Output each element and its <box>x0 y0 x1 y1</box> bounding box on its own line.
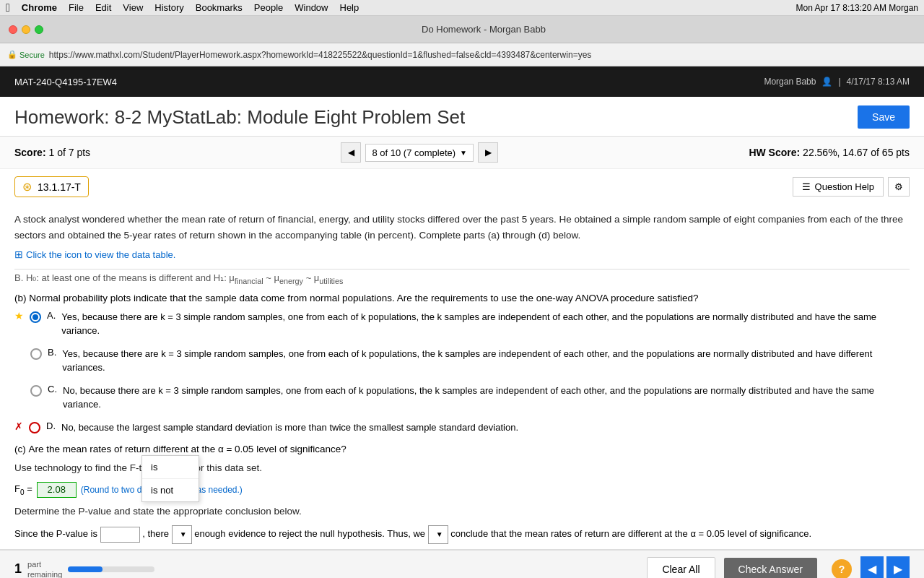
part-c-section: (c) Are the mean rates of return differe… <box>14 444 910 454</box>
dropdown-popup[interactable]: is is not <box>141 455 199 502</box>
progress-bar-fill <box>68 566 103 572</box>
radio-b-d[interactable] <box>29 422 40 434</box>
option-b-c[interactable]: C. No, because there are k = 3 simple ra… <box>14 381 910 414</box>
pvalue-label: Determine the P-value and state the appr… <box>14 504 910 519</box>
user-info: Morgan Babb 👤 | 4/17/17 8:13 AM <box>764 77 910 87</box>
score-bar: Score: 1 of 7 pts ◀ 8 of 10 (7 complete)… <box>0 137 924 169</box>
part-c-label: (c) Are the mean rates of return differe… <box>14 444 346 454</box>
question-id-icon: ⊛ <box>22 180 32 194</box>
tab-bar: Do Homework - Morgan Babb <box>52 24 915 35</box>
menu-view[interactable]: View <box>123 2 143 13</box>
option-b-b[interactable]: B. Yes, because there are k = 3 simple r… <box>14 345 910 377</box>
hw-score-label: HW Score: <box>749 147 800 158</box>
gear-icon: ⚙ <box>894 181 903 192</box>
username: Morgan Babb <box>764 77 816 87</box>
data-table-link[interactable]: ⊞ Click the icon to view the data table. <box>14 249 910 260</box>
option-b-c-letter: C. <box>48 384 57 394</box>
user-icon: 👤 <box>821 77 832 87</box>
nav-controls: ◀ 8 of 10 (7 complete) ▼ ▶ <box>341 142 498 163</box>
radio-b-b[interactable] <box>30 348 42 360</box>
wrong-icon: ✗ <box>14 420 23 432</box>
dropdown-arrow-icon: ▼ <box>180 527 187 542</box>
option-b-a-letter: A. <box>47 310 56 321</box>
help-circle[interactable]: ? <box>832 559 852 579</box>
header-separator: | <box>838 77 840 87</box>
progress-text: 8 of 10 (7 complete) <box>372 147 456 158</box>
question-id-text: 13.1.17-T <box>38 181 81 193</box>
option-b-b-text: Yes, because there are k = 3 simple rand… <box>62 347 910 375</box>
hw-score-value: 22.56%, 14.67 of 65 pts <box>803 147 910 158</box>
progress-bar-container <box>68 566 154 572</box>
bottom-bar: 1 part remaining Clear All Check Answer … <box>0 550 924 578</box>
maximize-button[interactable] <box>35 25 43 34</box>
list-icon: ☰ <box>802 181 811 192</box>
question-id-box: ⊛ 13.1.17-T <box>14 176 89 197</box>
menu-bookmarks[interactable]: Bookmarks <box>196 2 243 13</box>
pvalue-sentence-3: enough evidence to reject the null hypot… <box>194 528 425 539</box>
problem-text: A stock analyst wondered whether the mea… <box>14 212 910 243</box>
lock-icon: 🔒 <box>7 50 17 59</box>
url-text[interactable]: https://www.mathxl.com/Student/PlayerHom… <box>49 50 591 60</box>
part-b-label: (b) Normal probability plots indicate th… <box>14 293 910 303</box>
menu-people[interactable]: People <box>254 2 283 13</box>
score-value: 1 of 7 pts <box>48 147 90 158</box>
question-help-button[interactable]: ☰ Question Help <box>793 177 884 197</box>
progress-dropdown-arrow: ▼ <box>460 149 467 157</box>
homework-header: Homework: 8-2 MyStatLab: Module Eight Pr… <box>0 97 924 137</box>
close-button[interactable] <box>9 25 17 34</box>
part-label-text: part <box>27 560 62 569</box>
option-b-d-letter: D. <box>46 420 56 431</box>
menu-bar:  Chrome File Edit View History Bookmark… <box>0 0 924 16</box>
pvalue-row: Since the P-value is , there ▼ enough ev… <box>14 525 910 544</box>
menu-history[interactable]: History <box>154 2 183 13</box>
radio-b-a[interactable] <box>30 311 41 323</box>
menu-chrome[interactable]: Chrome <box>22 2 57 13</box>
pvalue-sentence-1: Since the P-value is <box>14 528 97 539</box>
partial-option-text: B. H₀: at least one of the means is diff… <box>14 269 910 285</box>
option-b-a-text: Yes, because there are k = 3 simple rand… <box>61 310 910 338</box>
traffic-lights <box>9 25 43 34</box>
header-datetime: 4/17/17 8:13 AM <box>847 77 910 87</box>
settings-button[interactable]: ⚙ <box>888 177 910 197</box>
save-button[interactable]: Save <box>858 105 910 129</box>
option-b-b-letter: B. <box>48 347 56 358</box>
correct-icon: ★ <box>14 310 24 322</box>
tab-title: Do Homework - Morgan Babb <box>422 24 546 35</box>
apple-menu[interactable]:  <box>6 1 10 14</box>
app-header: MAT-240-Q4195-17EW4 Morgan Babb 👤 | 4/17… <box>0 66 924 97</box>
score-display: Score: 1 of 7 pts <box>14 147 90 158</box>
remaining-label: remaining <box>27 570 62 579</box>
question-id-bar: ⊛ 13.1.17-T ☰ Question Help ⚙ <box>14 176 910 197</box>
bottom-nav: ◀ ▶ <box>860 556 910 579</box>
dropdown-option-is-not[interactable]: is not <box>142 479 199 501</box>
f-label: F0 = <box>14 483 32 496</box>
question-area: ⊛ 13.1.17-T ☰ Question Help ⚙ <box>0 169 924 197</box>
conclude-dropdown[interactable]: ▼ <box>428 525 448 544</box>
option-b-a[interactable]: ★ A. Yes, because there are k = 3 simple… <box>14 308 910 340</box>
option-b-d-text: No, because the largest sample standard … <box>61 420 910 435</box>
clear-all-button[interactable]: Clear All <box>647 557 715 579</box>
url-bar: 🔒 Secure https://www.mathxl.com/Student/… <box>0 43 924 66</box>
window-chrome: Do Homework - Morgan Babb <box>0 16 924 43</box>
radio-b-c[interactable] <box>30 385 42 397</box>
next-question-button[interactable]: ▶ <box>478 142 498 163</box>
menu-edit[interactable]: Edit <box>95 2 111 13</box>
check-answer-button[interactable]: Check Answer <box>724 558 817 579</box>
prev-question-button[interactable]: ◀ <box>341 142 361 163</box>
evidence-dropdown[interactable]: ▼ <box>172 525 192 544</box>
menu-file[interactable]: File <box>69 2 84 13</box>
dropdown-option-is[interactable]: is <box>142 456 199 479</box>
menubar-datetime: Mon Apr 17 8:13:20 AM Morgan <box>796 3 918 13</box>
score-label: Score: <box>14 147 46 158</box>
option-b-c-text: No, because there are k = 3 simple rando… <box>63 384 910 412</box>
pvalue-input[interactable] <box>100 527 140 543</box>
content-scroll[interactable]: A stock analyst wondered whether the mea… <box>0 203 924 550</box>
minimize-button[interactable] <box>22 25 30 34</box>
progress-dropdown[interactable]: 8 of 10 (7 complete) ▼ <box>365 144 474 162</box>
menu-help[interactable]: Help <box>340 2 359 13</box>
option-b-d[interactable]: ✗ D. No, because the largest sample stan… <box>14 418 910 437</box>
data-table-link-text: Click the icon to view the data table. <box>26 249 175 260</box>
menu-window[interactable]: Window <box>295 2 328 13</box>
bottom-prev-button[interactable]: ◀ <box>860 556 884 579</box>
bottom-next-button[interactable]: ▶ <box>886 556 910 579</box>
